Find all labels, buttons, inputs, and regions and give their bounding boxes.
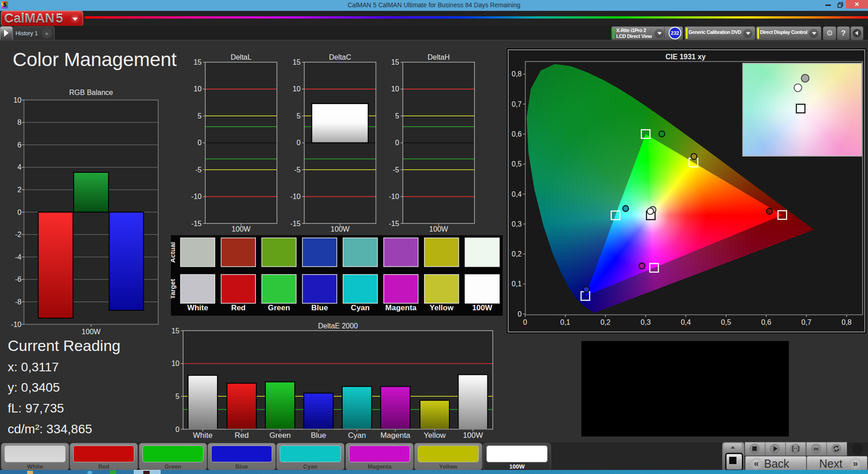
svg-text:-6: -6 bbox=[15, 275, 21, 283]
svg-text:15: 15 bbox=[391, 58, 399, 66]
svg-text:Magenta: Magenta bbox=[380, 431, 410, 440]
svg-text:6: 6 bbox=[18, 141, 22, 149]
svg-text:0: 0 bbox=[395, 139, 399, 147]
svg-text:15: 15 bbox=[292, 58, 301, 66]
svg-text:0: 0 bbox=[523, 318, 527, 326]
svg-text:-5: -5 bbox=[294, 166, 301, 174]
svg-text:Red: Red bbox=[231, 303, 245, 312]
svg-text:-15: -15 bbox=[191, 220, 202, 228]
svg-text:Blue: Blue bbox=[311, 303, 328, 312]
svg-text:Blue: Blue bbox=[311, 431, 326, 440]
svg-text:4: 4 bbox=[18, 163, 22, 171]
svg-text:White: White bbox=[187, 303, 208, 312]
svg-text:-5: -5 bbox=[195, 166, 202, 174]
svg-text:0,1: 0,1 bbox=[560, 318, 570, 326]
svg-text:10: 10 bbox=[193, 85, 202, 93]
svg-text:DeltaC: DeltaC bbox=[329, 53, 351, 61]
svg-text:100W: 100W bbox=[429, 225, 448, 233]
svg-text:5: 5 bbox=[395, 112, 399, 120]
svg-text:0,7: 0,7 bbox=[802, 318, 811, 326]
svg-text:100W: 100W bbox=[82, 328, 101, 336]
svg-text:5: 5 bbox=[198, 112, 202, 120]
svg-text:-2: -2 bbox=[15, 231, 21, 238]
svg-text:Magenta: Magenta bbox=[385, 303, 417, 312]
svg-text:0,3: 0,3 bbox=[641, 318, 651, 326]
svg-text:DeltaE 2000: DeltaE 2000 bbox=[318, 322, 358, 330]
svg-text:-10: -10 bbox=[191, 193, 202, 200]
svg-text:0,5: 0,5 bbox=[512, 160, 522, 168]
svg-text:0,6: 0,6 bbox=[761, 318, 771, 326]
svg-text:Green: Green bbox=[268, 303, 290, 312]
svg-text:0,1: 0,1 bbox=[512, 280, 522, 288]
svg-text:15: 15 bbox=[171, 327, 179, 335]
svg-text:Cyan: Cyan bbox=[351, 303, 370, 312]
svg-text:White: White bbox=[193, 431, 212, 440]
svg-text:-15: -15 bbox=[389, 220, 399, 228]
svg-text:Cyan: Cyan bbox=[348, 431, 366, 440]
svg-text:10: 10 bbox=[14, 96, 22, 104]
svg-text:Red: Red bbox=[235, 431, 249, 440]
svg-text:DeltaL: DeltaL bbox=[231, 53, 251, 61]
svg-text:0,3: 0,3 bbox=[512, 220, 522, 228]
svg-text:Green: Green bbox=[269, 431, 291, 440]
svg-text:0,6: 0,6 bbox=[512, 130, 522, 138]
svg-text:0,5: 0,5 bbox=[721, 318, 731, 326]
svg-text:0,2: 0,2 bbox=[512, 250, 522, 258]
svg-text:5: 5 bbox=[297, 112, 301, 120]
svg-text:Target: Target bbox=[171, 279, 176, 299]
svg-text:0,4: 0,4 bbox=[681, 318, 691, 326]
svg-text:0,2: 0,2 bbox=[600, 318, 610, 326]
svg-text:5: 5 bbox=[175, 393, 179, 400]
svg-text:Yellow: Yellow bbox=[424, 431, 446, 440]
svg-text:8: 8 bbox=[18, 118, 22, 126]
svg-text:100W: 100W bbox=[330, 225, 350, 233]
svg-text:RGB Balance: RGB Balance bbox=[69, 89, 113, 96]
svg-text:DeltaH: DeltaH bbox=[428, 53, 450, 61]
svg-text:0: 0 bbox=[175, 426, 179, 433]
svg-text:-8: -8 bbox=[15, 298, 21, 306]
svg-text:10: 10 bbox=[292, 85, 301, 93]
svg-text:100W: 100W bbox=[231, 225, 251, 233]
svg-text:0,8: 0,8 bbox=[512, 70, 522, 78]
svg-text:100W: 100W bbox=[472, 303, 492, 312]
svg-text:0,4: 0,4 bbox=[512, 190, 522, 198]
svg-text:10: 10 bbox=[391, 85, 399, 93]
svg-text:Actual: Actual bbox=[171, 242, 176, 263]
svg-text:15: 15 bbox=[193, 58, 202, 66]
svg-text:-10: -10 bbox=[11, 321, 21, 328]
svg-text:0: 0 bbox=[297, 139, 301, 147]
svg-text:0: 0 bbox=[198, 139, 202, 147]
svg-text:-15: -15 bbox=[290, 220, 301, 228]
svg-text:0,8: 0,8 bbox=[841, 318, 851, 326]
svg-text:10: 10 bbox=[171, 360, 179, 367]
svg-text:Yellow: Yellow bbox=[429, 303, 454, 312]
svg-text:2: 2 bbox=[18, 186, 22, 194]
svg-text:0: 0 bbox=[18, 209, 22, 216]
svg-text:-10: -10 bbox=[290, 193, 301, 200]
svg-text:100W: 100W bbox=[463, 431, 483, 440]
svg-text:-10: -10 bbox=[389, 193, 399, 200]
svg-text:0,7: 0,7 bbox=[512, 100, 522, 108]
svg-text:-4: -4 bbox=[15, 253, 21, 261]
svg-text:-5: -5 bbox=[393, 166, 399, 174]
svg-text:0: 0 bbox=[518, 310, 522, 318]
